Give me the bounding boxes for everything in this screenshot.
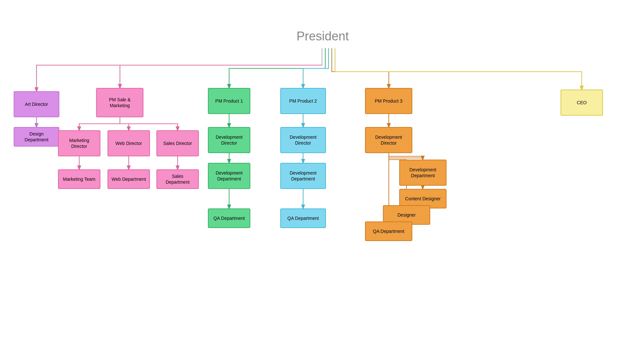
sales-dept[interactable]: Sales Department xyxy=(156,169,199,189)
marketing-team[interactable]: Marketing Team xyxy=(58,169,100,189)
pm-product1[interactable]: PM Product 1 xyxy=(208,88,250,114)
marketing-director[interactable]: Marketing Director xyxy=(58,130,100,156)
president-label: President xyxy=(284,29,362,43)
ceo[interactable]: CEO xyxy=(561,90,603,116)
pm-product3[interactable]: PM Product 3 xyxy=(365,88,412,114)
qa-dept2[interactable]: QA Department xyxy=(280,208,326,228)
art-director[interactable]: Art Director xyxy=(14,91,59,117)
qa-dept3[interactable]: QA Department xyxy=(365,221,412,241)
sales-director[interactable]: Sales Director xyxy=(156,130,199,156)
pm-product2[interactable]: PM Product 2 xyxy=(280,88,326,114)
web-director[interactable]: Web Director xyxy=(108,130,150,156)
design-dept[interactable]: Design Department xyxy=(14,127,59,147)
dev-director3[interactable]: Development Director xyxy=(365,127,412,153)
pm-sale-marketing[interactable]: PM Sale & Marketing xyxy=(96,88,143,117)
web-dept[interactable]: Web Department xyxy=(108,169,150,189)
dev-director2[interactable]: Development Director xyxy=(280,127,326,153)
dev-dept2[interactable]: Development Department xyxy=(280,163,326,189)
qa-dept1[interactable]: QA Department xyxy=(208,208,250,228)
dev-director1[interactable]: Development Director xyxy=(208,127,250,153)
dev-dept1[interactable]: Development Department xyxy=(208,163,250,189)
dev-dept3[interactable]: Development Department xyxy=(399,160,446,186)
